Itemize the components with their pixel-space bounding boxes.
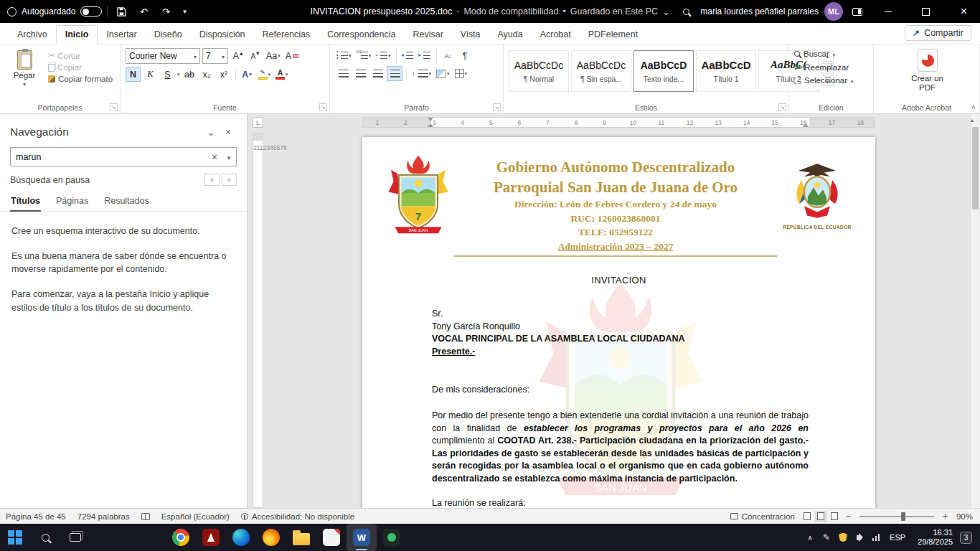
cut-button[interactable]: Cortar [48, 51, 113, 60]
notification-count-badge[interactable]: 3 [960, 532, 972, 544]
text-effects-button[interactable]: A [240, 67, 255, 82]
taskbar-search-button[interactable] [30, 524, 60, 551]
nav-tab-titulos[interactable]: Títulos [10, 193, 41, 212]
collapse-ribbon-icon[interactable] [971, 103, 976, 110]
zoom-percentage[interactable]: 90% [952, 512, 980, 521]
next-result-button[interactable] [222, 174, 237, 186]
bullet-list-button[interactable] [335, 48, 353, 63]
highlight-color-button[interactable]: ✎ [257, 67, 273, 82]
tab-referencias[interactable]: Referencias [254, 26, 319, 44]
align-left-button[interactable] [335, 66, 350, 81]
style-normal[interactable]: AaBbCcDc¶ Normal [509, 50, 569, 92]
nav-tab-paginas[interactable]: Páginas [55, 193, 89, 211]
navigation-search-input[interactable] [11, 152, 207, 162]
italic-button[interactable]: K [143, 67, 158, 82]
grow-font-button[interactable]: A [230, 49, 245, 64]
subscript-button[interactable]: x₂ [199, 67, 215, 82]
line-spacing-button[interactable] [410, 66, 433, 81]
scrollbar-thumb[interactable] [972, 127, 979, 209]
proofing-status[interactable] [136, 513, 156, 520]
style-titulo-1[interactable]: AaBbCcDTítulo 1 [696, 50, 756, 92]
nav-tab-resultados[interactable]: Resultados [103, 193, 150, 211]
start-button[interactable] [0, 524, 30, 551]
tab-correspondencia[interactable]: Correspondencia [319, 26, 404, 44]
ribbon-display-options-icon[interactable] [849, 2, 866, 21]
chrome-taskbar-button[interactable] [166, 524, 196, 551]
copy-button[interactable]: Copiar [48, 63, 113, 72]
find-button[interactable]: Buscar [794, 50, 870, 58]
increase-indent-button[interactable] [418, 48, 433, 63]
bold-button[interactable]: N [126, 67, 141, 82]
edge-taskbar-button[interactable] [226, 524, 256, 551]
font-size-combobox[interactable]: 7 [202, 48, 228, 64]
undo-icon[interactable] [135, 2, 152, 21]
read-mode-button[interactable] [801, 511, 814, 522]
underline-chevron-icon[interactable] [177, 72, 180, 77]
search-icon[interactable] [677, 2, 694, 21]
style-texto-independiente[interactable]: AaBbCcDTexto inde... [633, 50, 694, 92]
clear-formatting-button[interactable]: A [284, 49, 300, 64]
scroll-up-icon[interactable] [971, 117, 974, 123]
customize-quick-access-chevron-icon[interactable] [179, 2, 189, 21]
decrease-indent-button[interactable] [400, 48, 415, 63]
tab-stop-selector[interactable] [253, 117, 263, 128]
file-explorer-taskbar-button[interactable] [286, 524, 316, 551]
green-app-taskbar-button[interactable] [377, 524, 407, 551]
word-count[interactable]: 7294 palabras [72, 512, 136, 521]
shading-button[interactable] [435, 66, 451, 81]
first-line-indent-marker[interactable] [428, 118, 433, 121]
font-family-chevron-icon[interactable] [194, 51, 197, 61]
maximize-button[interactable] [910, 0, 942, 23]
shrink-font-button[interactable]: A [248, 49, 263, 64]
word-taskbar-button[interactable] [347, 524, 377, 551]
right-indent-marker[interactable] [803, 123, 809, 127]
align-center-button[interactable] [352, 66, 367, 81]
superscript-button[interactable]: x² [217, 67, 232, 82]
save-icon[interactable] [113, 2, 130, 21]
search-options-chevron-icon[interactable] [222, 152, 236, 162]
tab-archivo[interactable]: Archivo [9, 26, 56, 44]
language-indicator[interactable]: Español (Ecuador) [156, 512, 235, 521]
zoom-slider[interactable] [859, 516, 934, 517]
previous-result-button[interactable] [204, 174, 220, 186]
paste-chevron-icon[interactable] [23, 81, 26, 88]
multilevel-list-button[interactable] [374, 48, 392, 63]
justify-button[interactable] [387, 66, 402, 81]
accessibility-status[interactable]: Accesibilidad: No disponible [235, 512, 360, 521]
tab-acrobat[interactable]: Acrobat [532, 26, 580, 44]
account-name[interactable]: maria lourdes peñafiel parrales [700, 6, 819, 17]
focus-mode-button[interactable]: Concentración [725, 512, 801, 521]
tab-ayuda[interactable]: Ayuda [489, 26, 531, 44]
share-button[interactable]: Compartir [905, 25, 971, 41]
zoom-in-button[interactable] [939, 511, 951, 522]
pen-tray-icon[interactable] [819, 527, 834, 548]
paste-button[interactable]: Pegar [5, 48, 44, 100]
network-tray-icon[interactable] [868, 527, 884, 548]
numbered-list-button[interactable] [355, 48, 373, 63]
zoom-out-button[interactable] [842, 511, 854, 522]
navigation-close-icon[interactable] [220, 126, 237, 138]
underline-button[interactable]: S [160, 67, 175, 82]
borders-button[interactable] [453, 66, 469, 81]
minimize-button[interactable] [872, 0, 904, 23]
acrobat-taskbar-button[interactable] [196, 524, 226, 551]
style-sin-espaciado[interactable]: AaBbCcDc¶ Sin espa... [571, 50, 631, 92]
taskbar-clock[interactable]: 16:31 29/8/2025 [911, 528, 959, 547]
page-indicator[interactable]: Página 45 de 45 [0, 512, 72, 521]
clipboard-dialog-launcher[interactable] [110, 103, 118, 111]
tab-vista[interactable]: Vista [452, 26, 489, 44]
strikethrough-button[interactable]: ab [182, 67, 197, 82]
search-clear-icon[interactable] [207, 151, 222, 163]
pdfelement-taskbar-button[interactable] [316, 524, 347, 551]
tab-inicio[interactable]: Inicio [56, 25, 98, 44]
firefox-taskbar-button[interactable] [256, 524, 286, 551]
tab-disposicion[interactable]: Disposición [191, 26, 254, 44]
font-color-button[interactable]: A [274, 67, 290, 82]
replace-button[interactable]: Reemplazar [794, 62, 870, 72]
font-family-combobox[interactable]: Courier New [126, 48, 200, 64]
paragraph-dialog-launcher[interactable] [493, 103, 501, 111]
task-view-button[interactable] [60, 524, 90, 551]
volume-tray-icon[interactable] [852, 527, 867, 548]
saved-location-label[interactable]: Guardado en Este PC [570, 6, 658, 17]
align-right-button[interactable] [369, 66, 385, 81]
